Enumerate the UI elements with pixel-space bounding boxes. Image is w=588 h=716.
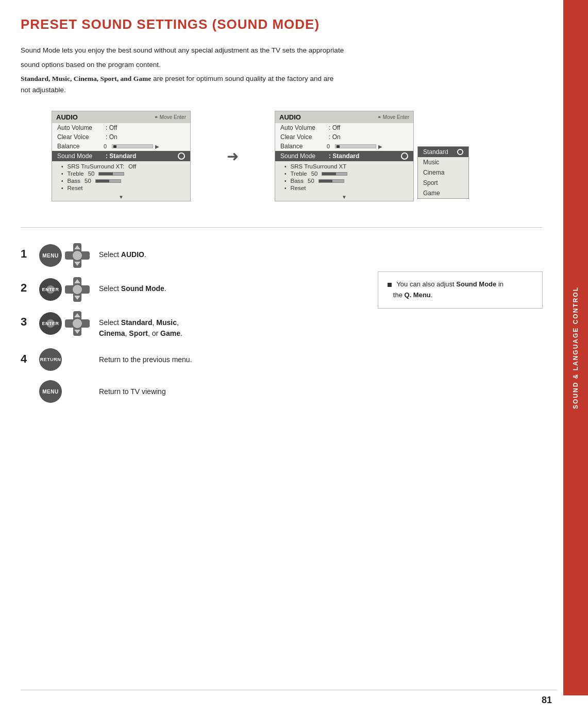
step-number-1: 1 [21,248,31,260]
dropdown-item-standard[interactable]: Standard [418,147,468,157]
step-4: 4 RETURN Return to the previous menu. [21,348,357,371]
intro-suffix: are preset for optimum sound quality at … [151,75,333,82]
dpad-2 [65,277,90,302]
step-2: 2 ENTER Select [21,277,357,302]
page-number: 81 [542,695,552,706]
dropdown-item-game[interactable]: Game [418,188,468,198]
sub-treble-right: • Treble 50 [284,170,408,177]
intro-line3: Standard, Music, Cinema, Sport, and Game… [21,73,543,95]
enter-inner-3: ENTER [46,319,55,328]
sidebar: SOUND & LANGUAGE CONTROL [563,0,588,695]
step-2-buttons: ENTER [39,277,91,302]
step-4-text: Return to the previous menu. [99,354,192,365]
audio-panel-right: AUDIO ⚭ Move Enter Auto Volume : Off Cle… [275,111,414,201]
panel-right-clear-voice: Clear Voice : On [275,132,413,142]
sidebar-label: SOUND & LANGUAGE CONTROL [572,286,579,409]
step-3: 3 ENTER Select [21,311,357,339]
sub-srs-right: • SRS TruSurround XT [284,163,408,170]
info-box: You can also adjust Sound Mode in the Q.… [378,271,543,309]
sub-bass: • Bass 50 [61,177,185,184]
info-bullet [388,283,392,287]
panel-left-title: AUDIO [56,113,78,121]
audio-panel-left: AUDIO ⚭ Move Enter Auto Volume : Off Cle… [52,111,191,201]
panel-left-sub-options: • SRS TruSurround XT: Off • Treble 50 • … [52,161,190,193]
step-1: 1 MENU Select AUDIO. [21,243,357,268]
steps-left: 1 MENU Select AUDIO. [21,243,357,412]
sub-bass-right: • Bass 50 [284,177,408,184]
panel-left-clear-voice: Clear Voice : On [52,132,190,142]
balance-fill [113,145,116,148]
panels-row: AUDIO ⚭ Move Enter Auto Volume : Off Cle… [52,111,543,201]
sound-mode-indicator [178,152,185,160]
intro-line1: Sound Mode lets you enjoy the best sound… [21,45,543,56]
intro-line2: sound options based on the program conte… [21,59,543,71]
sub-srs: • SRS TruSurround XT: Off [61,163,185,170]
step-number-3: 3 [21,316,31,328]
step-number-4: 4 [21,353,31,365]
panel-left-balance: Balance 0 ▶ [52,142,190,151]
sub-treble: • Treble 50 [61,170,185,177]
page-title: PRESET SOUND SETTINGS (SOUND MODE) [21,16,543,32]
enter-inner: ENTER [46,285,55,294]
balance-bar-visual [112,144,153,148]
steps-area: 1 MENU Select AUDIO. [21,243,543,412]
treble-bar-right [322,172,347,176]
step-2-text: Select Sound Mode. [99,283,166,294]
enter-button-2[interactable]: ENTER [39,278,62,301]
return-button[interactable]: RETURN [39,348,62,371]
step-4-buttons: RETURN [39,348,91,371]
panel-right-sub-options: • SRS TruSurround XT • Treble 50 • Bass … [275,161,413,193]
panel-right-title: AUDIO [279,113,301,121]
panel-left-auto-volume: Auto Volume : Off [52,123,190,132]
bass-bar-right [318,179,344,183]
panel-right-header: AUDIO ⚭ Move Enter [275,111,413,123]
balance-bar-right: 0 ▶ [327,143,382,149]
menu-button-2[interactable]: MENU [39,380,62,403]
step-1-buttons: MENU [39,243,91,268]
sub-reset-right: • Reset [284,184,408,192]
panel-right-auto-volume: Auto Volume : Off [275,123,413,132]
step-1-text: Select AUDIO. [99,249,146,260]
step-menu-text: Return to TV viewing [99,386,166,397]
dropdown-item-music[interactable]: Music [418,157,468,167]
bass-bar [95,179,121,183]
panel-right-sound-mode: Sound Mode : Standard [275,151,413,161]
step-number-2: 2 [21,282,31,294]
panel-right-down-arrow: ▼ [275,193,413,201]
dpad-1 [65,243,90,268]
dropdown-item-cinema[interactable]: Cinema [418,167,468,178]
panel-left-down-arrow: ▼ [52,193,190,201]
step-3-text: Select Standard, Music, Cinema, Sport, o… [99,317,182,339]
balance-bar-visual-right [335,144,376,148]
selected-indicator [457,149,463,155]
dropdown-item-sport[interactable]: Sport [418,178,468,188]
panel-left-sound-mode: Sound Mode : Standard [52,151,190,161]
sound-mode-indicator-right [401,152,408,160]
step-3-buttons: ENTER [39,311,91,336]
arrow-right: ➜ [227,148,239,165]
panel-left-controls: ⚭ Move Enter [154,114,186,120]
modes-text: Standard, Music, Cinema, Sport, and Game [21,75,151,82]
panel-right-balance: Balance 0 ▶ [275,142,413,151]
sub-reset: • Reset [61,184,185,192]
sound-mode-dropdown: Standard Music Cinema Sport Game [417,146,469,199]
panel-left-header: AUDIO ⚭ Move Enter [52,111,190,123]
dpad-3 [65,311,90,336]
main-content: PRESET SOUND SETTINGS (SOUND MODE) Sound… [0,0,563,433]
balance-bar-left: 0 ▶ [104,143,159,149]
enter-button-3[interactable]: ENTER [39,312,62,335]
panel-right-controls: ⚭ Move Enter [377,114,409,120]
step-menu: 5 MENU Return to TV viewing [21,380,357,403]
step-menu-buttons: MENU [39,380,91,403]
menu-button-1[interactable]: MENU [39,244,62,267]
separator [21,227,543,228]
bottom-line [21,690,557,691]
treble-bar [98,172,124,176]
